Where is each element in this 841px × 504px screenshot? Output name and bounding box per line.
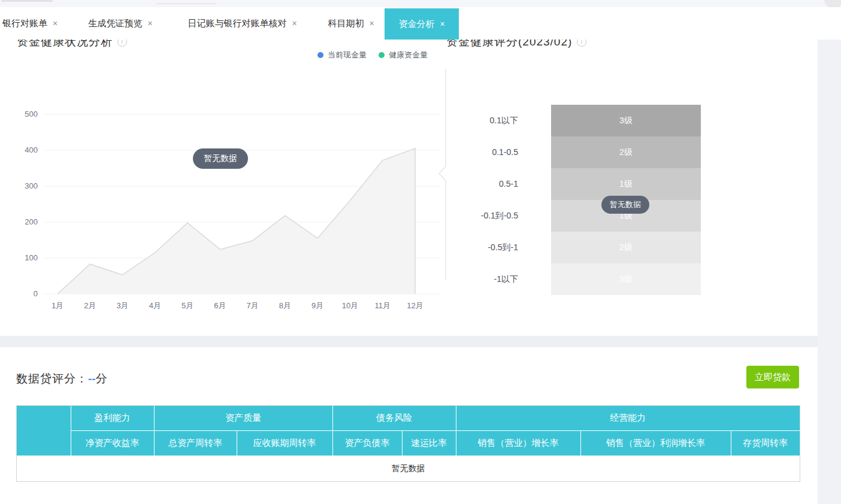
loan-metrics-table-wrap: 盈利能力资产质量债务风险经营能力净资产收益率总资产周转率应收账期周转率资产负债率… (16, 405, 800, 482)
svg-text:3月: 3月 (116, 301, 128, 310)
table-column-header: 销售（营业）利润增长率 (580, 431, 731, 456)
table-group-header: 资产质量 (154, 406, 332, 431)
cash-area-chart: 01002003004005001月2月3月4月5月6月7月8月9月10月11月… (0, 75, 455, 317)
tab-日记账与银行对账单核对[interactable]: 日记账与银行对账单核对× (170, 7, 314, 40)
svg-text:200: 200 (25, 217, 38, 226)
score-level-bar: 3级 (551, 263, 701, 295)
score-range-label: 0.1以下 (428, 105, 518, 136)
svg-text:2月: 2月 (84, 301, 96, 310)
svg-text:4月: 4月 (149, 301, 161, 310)
svg-text:9月: 9月 (311, 301, 323, 310)
table-group-header: 盈利能力 (71, 406, 154, 431)
table-column-header: 销售（营业）增长率 (456, 431, 580, 456)
legend-item-健康资金量[interactable]: 健康资金量 (379, 50, 428, 60)
tab-close-icon[interactable]: × (53, 19, 58, 28)
table-column-header: 应收账期周转率 (237, 431, 332, 456)
table-group-header: 经营能力 (456, 406, 800, 431)
svg-text:7月: 7月 (246, 301, 258, 310)
tab-label: 生成凭证预览 (88, 18, 142, 29)
svg-text:100: 100 (25, 253, 38, 262)
svg-text:300: 300 (25, 181, 38, 190)
table-empty-row: 暂无数据 (17, 456, 800, 482)
chart-legend: 当前现金量健康资金量 (317, 50, 428, 60)
svg-text:6月: 6月 (214, 301, 226, 310)
tab-label: 资金分析 (398, 19, 434, 30)
cash-health-card: 资金健康状况分析 i 资金健康评分(2023/02) i 当前现金量健康资金量 … (0, 40, 818, 336)
table-column-header: 速运比率 (402, 431, 456, 456)
cash-health-title-text: 资金健康状况分析 (17, 40, 113, 50)
tab-close-icon[interactable]: × (369, 19, 374, 28)
tab-close-icon[interactable]: × (440, 19, 444, 29)
svg-text:0: 0 (34, 289, 38, 298)
tab-科目期初[interactable]: 科目期初× (315, 7, 387, 40)
right-gutter (818, 40, 841, 504)
legend-dot-icon (379, 52, 385, 58)
svg-text:400: 400 (25, 145, 38, 154)
score-title-text: 资金健康评分(2023/02) (446, 40, 572, 50)
table-column-header: 资产负债率 (332, 431, 402, 456)
score-range-label: -0.1到-0.5 (428, 200, 518, 232)
score-range-label: -1以下 (428, 263, 518, 295)
loan-score-value: -- (88, 372, 96, 385)
tab-label: 科目期初 (328, 18, 364, 29)
tab-资金分析[interactable]: 资金分析× (385, 8, 459, 40)
svg-text:5月: 5月 (181, 301, 193, 310)
top-strip (0, 0, 841, 7)
legend-label: 当前现金量 (328, 50, 367, 60)
table-group-header: 债务风险 (332, 406, 456, 431)
table-corner-cell (17, 406, 71, 456)
info-icon[interactable]: i (117, 40, 127, 47)
no-data-badge: 暂无数据 (601, 196, 649, 214)
legend-dot-icon (317, 52, 323, 58)
loan-score-title: 数据贷评分：--分 (16, 371, 108, 387)
tab-close-icon[interactable]: × (292, 19, 297, 28)
tab-生成凭证预览[interactable]: 生成凭证预览× (72, 7, 168, 40)
no-data-badge: 暂无数据 (193, 148, 248, 169)
table-column-header: 总资产周转率 (154, 431, 237, 456)
card-gap (0, 336, 818, 347)
open-tabs-bar: 银行对账单×生成凭证预览×日记账与银行对账单核对×科目期初×资金分析× (0, 7, 841, 40)
score-level-bar: 2级 (551, 136, 701, 168)
svg-text:11月: 11月 (374, 301, 391, 310)
loan-metrics-table: 盈利能力资产质量债务风险经营能力净资产收益率总资产周转率应收账期周转率资产负债率… (17, 406, 800, 481)
svg-text:1月: 1月 (52, 301, 63, 310)
tab-label: 日记账与银行对账单核对 (187, 18, 286, 29)
svg-text:12月: 12月 (407, 301, 423, 310)
data-loan-card: 数据贷评分：--分 立即贷款 盈利能力资产质量债务风险经营能力净资产收益率总资产… (0, 347, 818, 504)
tab-close-icon[interactable]: × (147, 19, 152, 28)
apply-loan-button[interactable]: 立即贷款 (746, 366, 799, 388)
loan-score-label: 数据贷评分： (16, 372, 88, 385)
svg-text:500: 500 (25, 110, 38, 119)
legend-item-当前现金量[interactable]: 当前现金量 (317, 50, 367, 60)
area-chart-svg: 01002003004005001月2月3月4月5月6月7月8月9月10月11月… (0, 75, 455, 315)
score-level-bar: 3级 (551, 105, 701, 136)
svg-text:10月: 10月 (342, 301, 358, 310)
cash-health-title: 资金健康状况分析 i (17, 40, 127, 50)
help-float-button-partial[interactable] (824, 0, 841, 7)
top-strip-remnant-bar (1, 0, 53, 2)
score-range-label: 0.1-0.5 (428, 136, 518, 168)
score-title: 资金健康评分(2023/02) i (446, 40, 586, 50)
score-range-label: -0.5到-1 (428, 232, 518, 263)
info-icon[interactable]: i (577, 40, 586, 47)
score-level-bar: 2级 (551, 232, 701, 263)
loan-score-unit: 分 (96, 372, 108, 385)
top-strip-remnant-bar-2 (156, 3, 216, 4)
tab-label: 银行对账单 (2, 18, 47, 29)
legend-label: 健康资金量 (389, 50, 428, 60)
table-column-header: 存货周转率 (731, 431, 800, 456)
svg-text:8月: 8月 (279, 301, 291, 310)
tab-银行对账单[interactable]: 银行对账单× (0, 7, 75, 40)
score-range-label: 0.5-1 (428, 168, 518, 200)
table-column-header: 净资产收益率 (71, 431, 154, 456)
